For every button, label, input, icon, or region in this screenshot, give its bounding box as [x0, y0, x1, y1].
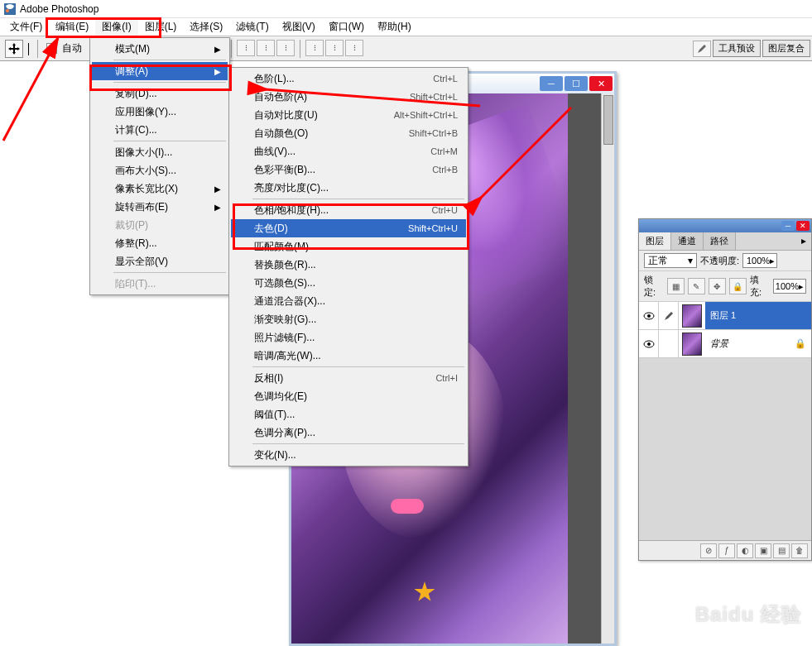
menu-item-label: 复制(D)... [115, 87, 157, 101]
menu-item[interactable]: 匹配颜色(M)... [231, 237, 466, 256]
menu-item[interactable]: 去色(D)Shift+Ctrl+U [231, 219, 466, 237]
visibility-toggle[interactable] [639, 330, 659, 357]
panel-close-icon[interactable]: ✕ [796, 221, 810, 231]
scrollbar-thumb[interactable] [603, 95, 613, 145]
link-layers-icon[interactable]: ⊘ [700, 543, 717, 558]
tab-paths[interactable]: 路径 [704, 232, 736, 250]
maximize-button[interactable]: ☐ [565, 76, 588, 91]
menu-item-label: 匹配颜色(M)... [254, 240, 317, 254]
menu-separator [252, 199, 464, 199]
menu-item[interactable]: 自动色阶(A)Shift+Ctrl+L [231, 88, 466, 106]
blend-mode-select[interactable]: 正常 ▾ [644, 253, 697, 268]
distribute-hcenter-icon[interactable]: ⫶ [325, 40, 344, 56]
menu-item[interactable]: 替换颜色(R)... [231, 256, 466, 274]
app-logo-icon [3, 2, 17, 16]
layer-name[interactable]: 背景 [705, 330, 795, 357]
panel-titlebar[interactable]: ─ ✕ [639, 219, 811, 232]
tool-presets-tab[interactable]: 工具预设 [713, 40, 761, 57]
menu-item[interactable]: 可选颜色(S)... [231, 274, 466, 292]
layer-comps-tab[interactable]: 图层复合 [762, 40, 810, 57]
menu-item[interactable]: 色相/饱和度(H)...Ctrl+U [231, 201, 466, 219]
layer-thumbnail[interactable] [682, 333, 702, 356]
menu-item[interactable]: 渐变映射(G)... [231, 310, 466, 328]
menu-bar: 文件(F) 编辑(E) 图像(I) 图层(L) 选择(S) 滤镜(T) 视图(V… [0, 18, 812, 36]
menu-item[interactable]: 调整(A)▶ [92, 62, 228, 80]
vertical-scrollbar[interactable] [601, 93, 614, 644]
layer-thumbnail[interactable] [682, 304, 702, 328]
lock-position-icon[interactable]: ✥ [709, 278, 726, 294]
menu-view[interactable]: 视图(V) [276, 18, 322, 36]
panel-minimize-icon[interactable]: ─ [781, 221, 795, 231]
menu-item[interactable]: 复制(D)... [92, 84, 228, 103]
menu-file[interactable]: 文件(F) [3, 18, 49, 36]
menu-window[interactable]: 窗口(W) [322, 18, 371, 36]
tab-layers[interactable]: 图层 [639, 232, 671, 250]
tool-dropdown-icon[interactable] [28, 43, 29, 55]
fill-input[interactable]: 100%▸ [773, 279, 806, 294]
menu-item-label: 应用图像(Y)... [115, 105, 176, 119]
star-shape [414, 581, 435, 603]
menu-item[interactable]: 照片滤镜(F)... [231, 328, 466, 347]
menu-item[interactable]: 阈值(T)... [231, 405, 466, 423]
menu-select[interactable]: 选择(S) [183, 18, 229, 36]
menu-layer[interactable]: 图层(L) [138, 18, 184, 36]
menu-item[interactable]: 曲线(V)...Ctrl+M [231, 142, 466, 160]
menu-item[interactable]: 图像大小(I)... [92, 143, 228, 161]
menu-item[interactable]: 像素长宽比(X)▶ [92, 179, 228, 198]
menu-image[interactable]: 图像(I) [95, 18, 137, 36]
menu-item[interactable]: 应用图像(Y)... [92, 103, 228, 121]
auto-checkbox[interactable] [46, 43, 57, 54]
submenu-arrow-icon: ▶ [214, 184, 221, 194]
brush-icon[interactable] [693, 41, 711, 57]
layer-mask-icon[interactable]: ◐ [737, 543, 753, 558]
menu-item[interactable]: 色彩平衡(B)...Ctrl+B [231, 160, 466, 179]
minimize-button[interactable]: ─ [540, 76, 563, 91]
menu-edit[interactable]: 编辑(E) [49, 18, 95, 36]
menu-item[interactable]: 亮度/对比度(C)... [231, 179, 466, 197]
menu-item-label: 亮度/对比度(C)... [254, 181, 329, 195]
menu-item[interactable]: 自动对比度(U)Alt+Shift+Ctrl+L [231, 106, 466, 124]
menu-help[interactable]: 帮助(H) [371, 18, 418, 36]
tab-channels[interactable]: 通道 [671, 232, 704, 250]
menu-item[interactable]: 模式(M)▶ [92, 40, 228, 58]
new-group-icon[interactable]: ▣ [755, 543, 771, 558]
menu-item[interactable]: 反相(I)Ctrl+I [231, 369, 466, 387]
lock-all-icon[interactable]: 🔒 [729, 278, 747, 294]
visibility-toggle[interactable] [639, 302, 659, 329]
menu-item[interactable]: 变化(N)... [231, 446, 466, 464]
distribute-top-icon[interactable]: ⫶ [237, 40, 255, 56]
distribute-left-icon[interactable]: ⫶ [305, 40, 324, 56]
close-button[interactable]: ✕ [589, 76, 613, 91]
panel-menu-icon[interactable]: ▸ [796, 232, 811, 250]
menu-item[interactable]: 修整(R)... [92, 234, 228, 252]
distribute-bottom-icon[interactable]: ⫶ [276, 40, 295, 56]
menu-item[interactable]: 暗调/高光(W)... [231, 347, 466, 365]
menu-item[interactable]: 计算(C)... [92, 121, 228, 139]
menu-item[interactable]: 旋转画布(E)▶ [92, 198, 228, 216]
lock-pixels-icon[interactable]: ▦ [667, 278, 685, 294]
menu-item[interactable]: 色阶(L)...Ctrl+L [231, 69, 466, 88]
menu-item[interactable]: 通道混合器(X)... [231, 292, 466, 310]
delete-layer-icon[interactable]: 🗑 [791, 543, 808, 558]
menu-separator [113, 272, 226, 273]
new-layer-icon[interactable]: ▤ [773, 543, 790, 558]
menu-item[interactable]: 自动颜色(O)Shift+Ctrl+B [231, 124, 466, 142]
link-cell[interactable] [659, 330, 679, 357]
layer-item[interactable]: 背景 🔒 [639, 330, 811, 358]
layer-style-icon[interactable]: ƒ [718, 543, 735, 558]
opacity-input[interactable]: 100%▸ [742, 253, 777, 268]
menu-item[interactable]: 色调分离(P)... [231, 423, 466, 442]
distribute-right-icon[interactable]: ⫶ [345, 40, 363, 56]
menu-filter[interactable]: 滤镜(T) [229, 18, 275, 36]
menu-item[interactable]: 显示全部(V) [92, 252, 228, 270]
move-tool-icon[interactable] [5, 40, 23, 58]
menu-item-label: 计算(C)... [115, 123, 157, 137]
link-cell[interactable] [659, 302, 679, 329]
layer-name[interactable]: 图层 1 [705, 302, 811, 329]
brush-icon [664, 311, 674, 321]
menu-item[interactable]: 色调均化(E) [231, 387, 466, 405]
menu-item[interactable]: 画布大小(S)... [92, 161, 228, 179]
layer-item[interactable]: 图层 1 [639, 302, 811, 330]
distribute-vcenter-icon[interactable]: ⫶ [257, 40, 275, 56]
lock-brush-icon[interactable]: ✎ [688, 278, 705, 294]
